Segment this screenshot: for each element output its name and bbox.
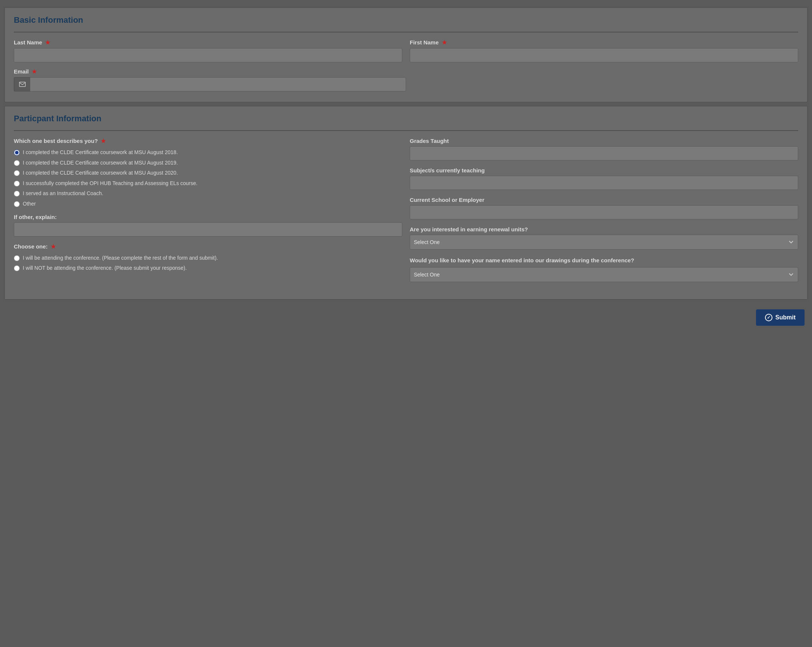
- radio-item-3: I successfully completed the OPI HUB Tea…: [14, 180, 402, 187]
- section-divider: [14, 32, 798, 32]
- radio-label-1: I completed the CLDE Certificate coursew…: [23, 159, 178, 167]
- left-column: Which one best describes you? ★ I comple…: [14, 138, 402, 289]
- email-input[interactable]: [30, 77, 406, 92]
- name-row: Last Name ★ First Name ★: [14, 39, 798, 62]
- radio-item-2: I completed the CLDE Certificate coursew…: [14, 169, 402, 177]
- svg-rect-0: [20, 82, 25, 87]
- current-school-label: Current School or Employer: [410, 197, 798, 203]
- radio-item-1: I completed the CLDE Certificate coursew…: [14, 159, 402, 167]
- submit-icon: ✓: [765, 314, 772, 321]
- choose-one-required: ★: [51, 243, 56, 250]
- email-label: Email ★: [14, 68, 798, 75]
- grades-taught-input[interactable]: [410, 146, 798, 160]
- if-other-input[interactable]: [14, 223, 402, 237]
- last-name-col: Last Name ★: [14, 39, 402, 62]
- describes-you-required: ★: [101, 138, 105, 144]
- first-name-col: First Name ★: [410, 39, 798, 62]
- renewal-units-select[interactable]: Select One Yes No: [410, 235, 798, 250]
- first-name-required: ★: [442, 39, 447, 46]
- radio-instructional-coach[interactable]: [14, 191, 20, 197]
- describes-you-radio-group: I completed the CLDE Certificate coursew…: [14, 149, 402, 208]
- email-icon: [14, 77, 30, 92]
- choose-one-label: Choose one: ★: [14, 243, 402, 250]
- drawings-group: Would you like to have your name entered…: [410, 256, 798, 282]
- radio-label-5: Other: [23, 200, 36, 208]
- last-name-input[interactable]: [14, 48, 402, 62]
- radio-other[interactable]: [14, 201, 20, 207]
- current-school-input[interactable]: [410, 205, 798, 220]
- last-name-required: ★: [45, 39, 50, 46]
- radio-label-3: I successfully completed the OPI HUB Tea…: [23, 180, 197, 187]
- choose-one-group: Choose one: ★ I will be attending the co…: [14, 243, 402, 272]
- section-divider-2: [14, 130, 798, 131]
- page-wrapper: Basic Information Last Name ★ First Name…: [0, 0, 812, 362]
- radio-item-0: I completed the CLDE Certificate coursew…: [14, 149, 402, 156]
- radio-item-4: I served as an Instructional Coach.: [14, 190, 402, 197]
- basic-info-section: Basic Information Last Name ★ First Name…: [5, 8, 807, 102]
- subjects-label: Subject/s currently teaching: [410, 167, 798, 174]
- radio-opi-hub[interactable]: [14, 181, 20, 186]
- attendance-radio-group: I will be attending the conference. (Ple…: [14, 255, 402, 272]
- attendance-item-0: I will be attending the conference. (Ple…: [14, 255, 402, 262]
- attendance-item-1: I will NOT be attending the conference. …: [14, 264, 402, 272]
- if-other-group: If other, explain:: [14, 214, 402, 237]
- first-name-label: First Name ★: [410, 39, 798, 46]
- basic-info-title: Basic Information: [14, 15, 87, 25]
- drawings-label: Would you like to have your name entered…: [410, 256, 798, 264]
- radio-label-0: I completed the CLDE Certificate coursew…: [23, 149, 178, 156]
- radio-attending[interactable]: [14, 255, 20, 261]
- first-name-input[interactable]: [410, 48, 798, 62]
- grades-taught-group: Grades Taught: [410, 138, 798, 160]
- current-school-group: Current School or Employer: [410, 197, 798, 220]
- subjects-input[interactable]: [410, 176, 798, 190]
- attendance-label-1: I will NOT be attending the conference. …: [23, 264, 186, 272]
- radio-clde-2018[interactable]: [14, 150, 20, 156]
- submit-bar: ✓ Submit: [0, 303, 812, 332]
- submit-label: Submit: [775, 314, 795, 321]
- describes-you-label: Which one best describes you? ★: [14, 138, 402, 144]
- attendance-label-0: I will be attending the conference. (Ple…: [23, 255, 218, 262]
- two-col-layout: Which one best describes you? ★ I comple…: [14, 138, 798, 289]
- grades-taught-label: Grades Taught: [410, 138, 798, 144]
- email-row: Email ★: [14, 68, 798, 92]
- renewal-units-group: Are you interested in earning renewal un…: [410, 226, 798, 250]
- drawings-select[interactable]: Select One Yes No: [410, 267, 798, 282]
- radio-label-4: I served as an Instructional Coach.: [23, 190, 103, 197]
- participant-info-section: Particpant Information Which one best de…: [5, 106, 807, 300]
- email-required: ★: [32, 68, 37, 75]
- last-name-label: Last Name ★: [14, 39, 402, 46]
- radio-clde-2019[interactable]: [14, 160, 20, 166]
- if-other-label: If other, explain:: [14, 214, 402, 220]
- radio-label-2: I completed the CLDE Certificate coursew…: [23, 169, 178, 177]
- radio-clde-2020[interactable]: [14, 170, 20, 176]
- right-column: Grades Taught Subject/s currently teachi…: [410, 138, 798, 289]
- participant-info-title: Particpant Information: [14, 114, 105, 124]
- subjects-group: Subject/s currently teaching: [410, 167, 798, 190]
- email-wrapper: [14, 77, 406, 92]
- radio-not-attending[interactable]: [14, 265, 20, 271]
- renewal-units-label: Are you interested in earning renewal un…: [410, 226, 798, 232]
- submit-button[interactable]: ✓ Submit: [756, 309, 804, 326]
- radio-item-5: Other: [14, 200, 402, 208]
